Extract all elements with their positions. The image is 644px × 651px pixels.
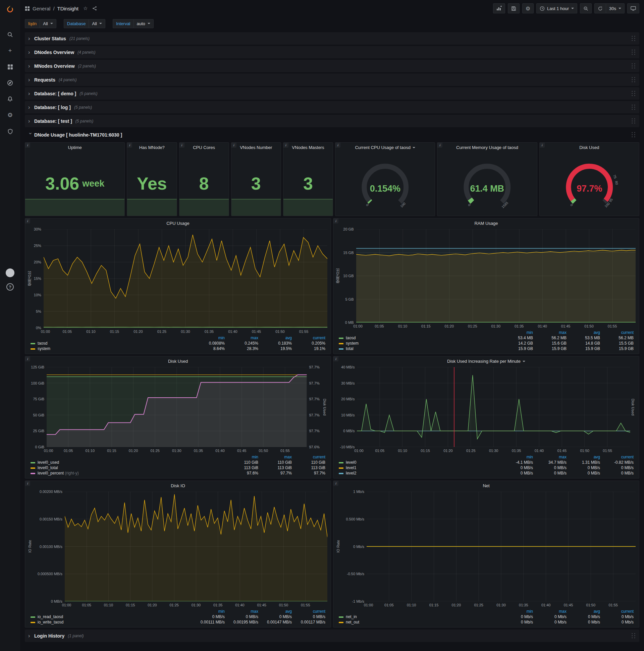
variable-interval[interactable]: Interval auto bbox=[113, 19, 154, 28]
legend-series-label[interactable]: total bbox=[346, 346, 354, 351]
legend-sort-header[interactable]: avg bbox=[569, 330, 602, 335]
row-mnodes-overview[interactable]: › MNodes Overview (2 panels) bbox=[25, 60, 639, 72]
share-icon[interactable] bbox=[92, 6, 97, 11]
create-icon[interactable]: + bbox=[6, 47, 14, 54]
legend-series-label[interactable]: net_out bbox=[346, 620, 359, 624]
panel-info-icon[interactable]: i bbox=[127, 143, 132, 148]
panel-title[interactable]: Disk Used Increasing Rate per Minute bbox=[333, 356, 639, 365]
legend-color-swatch[interactable] bbox=[31, 473, 35, 474]
panel-info-icon[interactable]: i bbox=[25, 481, 30, 486]
variable-database[interactable]: Database All bbox=[64, 19, 105, 28]
panel-info-icon[interactable]: i bbox=[25, 143, 30, 148]
panel-info-icon[interactable]: i bbox=[333, 218, 339, 223]
plot-area[interactable] bbox=[366, 492, 636, 601]
server-admin-shield-icon[interactable] bbox=[6, 127, 14, 135]
explore-compass-icon[interactable] bbox=[6, 79, 14, 87]
configuration-gear-icon[interactable]: ⚙ bbox=[6, 112, 14, 119]
row-drag-handle[interactable] bbox=[631, 90, 636, 97]
legend-sort-header[interactable]: current bbox=[294, 335, 327, 341]
panel-title[interactable]: Disk Used bbox=[540, 143, 639, 151]
panel-info-icon[interactable]: i bbox=[25, 356, 30, 362]
legend-sort-header[interactable]: min bbox=[502, 454, 535, 460]
legend-sort-header[interactable]: current bbox=[602, 609, 636, 614]
row-drag-handle[interactable] bbox=[631, 49, 636, 55]
panel-title[interactable]: RAM Usage bbox=[333, 218, 639, 227]
legend-sort-header[interactable]: max bbox=[535, 454, 569, 460]
row-drag-handle[interactable] bbox=[631, 632, 636, 639]
alerting-bell-icon[interactable] bbox=[6, 95, 14, 103]
legend-series-label[interactable]: io_write_taosd bbox=[38, 620, 63, 624]
breadcrumb-folder[interactable]: General bbox=[33, 6, 50, 11]
legend-series-label[interactable]: system bbox=[38, 346, 50, 351]
legend-color-swatch[interactable] bbox=[31, 462, 35, 463]
legend-sort-header[interactable]: avg bbox=[569, 609, 602, 614]
panel-title[interactable]: Disk Used bbox=[25, 356, 331, 365]
row-drag-handle[interactable] bbox=[631, 131, 636, 138]
legend-sort-header[interactable]: min bbox=[193, 335, 227, 341]
panel-info-icon[interactable]: i bbox=[333, 481, 339, 486]
legend-series-label[interactable]: taosd bbox=[38, 341, 47, 346]
panel-title[interactable]: CPU Cores bbox=[180, 143, 229, 151]
row-database-demo[interactable]: › Database: [ demo ] (5 panels) bbox=[25, 87, 639, 100]
legend-sort-header[interactable]: min bbox=[227, 454, 260, 460]
legend-series-label[interactable]: level0_percent bbox=[38, 471, 64, 475]
legend-color-swatch[interactable] bbox=[339, 462, 344, 463]
legend-sort-header[interactable]: avg bbox=[260, 335, 294, 341]
legend-series-label[interactable]: level2 bbox=[346, 471, 356, 475]
refresh-interval-dropdown[interactable]: 30s bbox=[606, 3, 624, 13]
plot-area[interactable] bbox=[46, 367, 307, 447]
legend-sort-header[interactable]: max bbox=[260, 454, 294, 460]
legend-color-swatch[interactable] bbox=[339, 473, 344, 474]
legend-series-label[interactable]: taosd bbox=[346, 336, 356, 340]
row-cluster-status[interactable]: › Cluster Status (21 panels) bbox=[25, 32, 639, 44]
legend-color-swatch[interactable] bbox=[31, 616, 35, 618]
dashboards-icon[interactable] bbox=[6, 63, 14, 70]
panel-info-icon[interactable]: i bbox=[25, 218, 30, 223]
dashboard-settings-button[interactable]: ⚙ bbox=[522, 3, 534, 13]
panel-title[interactable]: Disk IO bbox=[25, 481, 331, 490]
legend-color-swatch[interactable] bbox=[339, 343, 344, 344]
panel-title[interactable]: Has MNode? bbox=[127, 143, 176, 151]
plot-area[interactable] bbox=[356, 229, 636, 322]
row-drag-handle[interactable] bbox=[631, 76, 636, 83]
legend-sort-header[interactable]: current bbox=[602, 330, 636, 335]
row-login-history[interactable]: › Login History (1 panel) bbox=[25, 629, 639, 642]
row-requests[interactable]: › Requests (4 panels) bbox=[25, 73, 639, 86]
legend-series-label[interactable]: level0_total bbox=[38, 465, 58, 470]
panel-title[interactable]: VNodes Number bbox=[231, 143, 281, 151]
legend-color-swatch[interactable] bbox=[339, 348, 344, 350]
row-dnodes-overview[interactable]: › DNodes Overview (4 panels) bbox=[25, 46, 639, 58]
row-database-test[interactable]: › Database: [ test ] (5 panels) bbox=[25, 115, 639, 127]
cpu-usage-chart[interactable]: 使用占比0%5%10%15%20%25%30%01:0001:0501:1001… bbox=[25, 227, 331, 335]
legend-sort-header[interactable]: current bbox=[602, 454, 636, 460]
panel-info-icon[interactable]: i bbox=[283, 143, 288, 148]
legend-series-label[interactable]: level0_used bbox=[38, 460, 59, 465]
legend-color-swatch[interactable] bbox=[31, 622, 35, 623]
legend-sort-header[interactable]: max bbox=[227, 609, 260, 614]
ram-usage-chart[interactable]: 使用占比0 MB5 GB10 GB15 GB20 GB01:0001:0501:… bbox=[333, 227, 639, 329]
row-drag-handle[interactable] bbox=[631, 104, 636, 111]
save-dashboard-button[interactable] bbox=[508, 3, 520, 13]
legend-sort-header[interactable]: avg bbox=[569, 454, 602, 460]
time-picker-button[interactable]: Last 1 hour bbox=[536, 3, 577, 13]
grafana-logo[interactable] bbox=[5, 5, 15, 15]
panel-title[interactable]: Current Memory Usage of taosd bbox=[438, 143, 537, 151]
legend-series-label[interactable]: net_in bbox=[346, 614, 357, 619]
panel-title[interactable]: CPU Usage bbox=[25, 218, 331, 227]
panel-info-icon[interactable]: i bbox=[540, 143, 545, 148]
legend-sort-header[interactable]: max bbox=[535, 609, 569, 614]
disk-io-chart[interactable]: IO Rate0 MB/s0.000500 MB/s0.00100 MB/s0.… bbox=[25, 490, 331, 608]
refresh-button[interactable] bbox=[594, 3, 606, 13]
legend-sort-header[interactable]: max bbox=[535, 330, 569, 335]
add-panel-button[interactable] bbox=[493, 3, 505, 13]
variable-fqdn[interactable]: fqdn All bbox=[25, 19, 56, 28]
plot-area[interactable] bbox=[65, 492, 327, 601]
legend-color-swatch[interactable] bbox=[339, 616, 344, 618]
breadcrumb-dashboard[interactable]: TDinsight bbox=[57, 6, 78, 11]
star-icon[interactable]: ☆ bbox=[83, 5, 88, 11]
panel-info-icon[interactable]: i bbox=[333, 356, 339, 362]
legend-color-swatch[interactable] bbox=[339, 338, 344, 339]
legend-series-label[interactable]: system bbox=[346, 341, 359, 346]
legend-series-label[interactable]: level0 bbox=[346, 460, 356, 465]
row-database-log[interactable]: › Database: [ log ] (5 panels) bbox=[25, 101, 639, 114]
